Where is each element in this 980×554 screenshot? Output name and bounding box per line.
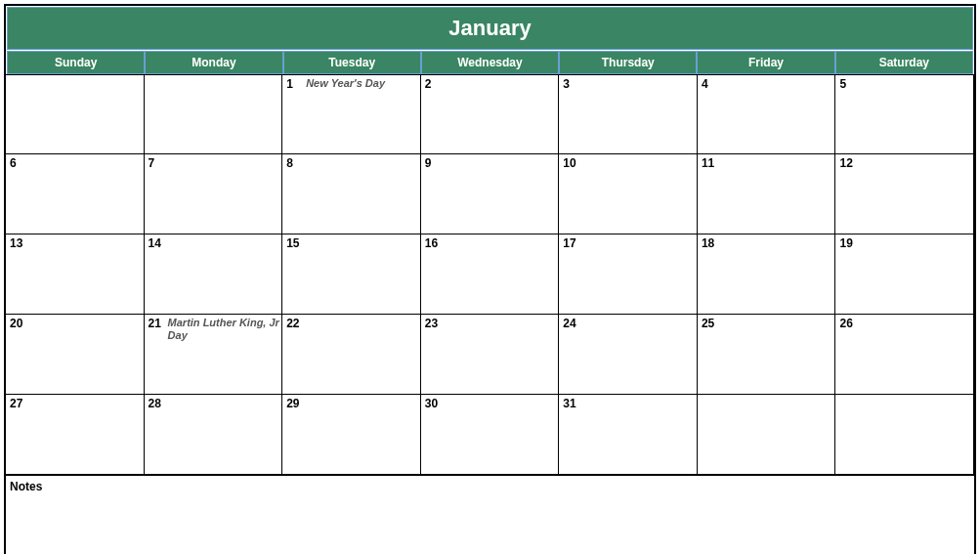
day-number: 19	[839, 236, 852, 250]
day-cell[interactable]	[698, 395, 836, 475]
day-number: 25	[702, 317, 714, 330]
day-cell[interactable]: 27	[6, 395, 145, 475]
dow-thursday: Thursday	[559, 51, 697, 74]
day-of-week-header: Sunday Monday Tuesday Wednesday Thursday…	[7, 51, 973, 74]
day-number: 10	[563, 156, 575, 170]
day-number: 31	[563, 397, 575, 410]
day-cell[interactable]: 18	[698, 234, 836, 315]
day-cell[interactable]: 3	[559, 74, 698, 154]
day-number: 3	[563, 77, 570, 91]
day-number: 4	[702, 77, 708, 91]
day-number: 8	[286, 156, 293, 170]
day-cell[interactable]: 21Martin Luther King, Jr Day	[145, 315, 283, 395]
day-cell[interactable]: 10	[559, 154, 698, 234]
day-cell[interactable]: 13	[6, 234, 145, 315]
day-number: 16	[425, 236, 438, 250]
day-number: 12	[839, 156, 852, 170]
day-cell[interactable]: 19	[835, 234, 974, 315]
day-number: 13	[10, 236, 22, 250]
day-number: 7	[149, 156, 155, 170]
day-cell[interactable]: 16	[421, 234, 560, 315]
day-cell[interactable]: 24	[559, 315, 698, 395]
day-number: 22	[286, 317, 299, 330]
day-cell[interactable]: 2	[421, 74, 560, 154]
day-event: Martin Luther King, Jr Day	[168, 317, 280, 342]
dow-friday: Friday	[697, 51, 834, 74]
calendar: January Sunday Monday Tuesday Wednesday …	[4, 4, 976, 554]
day-number: 29	[286, 397, 299, 410]
week-row: 2021Martin Luther King, Jr Day2223242526	[6, 315, 974, 395]
dow-saturday: Saturday	[835, 51, 973, 74]
day-number: 17	[563, 236, 575, 250]
day-cell[interactable]: 14	[145, 234, 283, 315]
day-cell[interactable]: 22	[282, 315, 421, 395]
dow-tuesday: Tuesday	[283, 51, 421, 74]
notes-section[interactable]: Notes	[6, 475, 974, 554]
day-number: 14	[149, 236, 161, 250]
day-number: 24	[563, 317, 575, 330]
day-cell[interactable]: 4	[698, 74, 836, 154]
day-cell[interactable]: 15	[282, 234, 421, 315]
day-number: 5	[839, 77, 846, 91]
day-cell[interactable]: 20	[6, 315, 145, 395]
day-cell[interactable]: 29	[282, 395, 421, 475]
calendar-grid: 1New Year's Day2345678910111213141516171…	[6, 74, 974, 475]
day-cell[interactable]: 12	[835, 154, 974, 234]
day-event: New Year's Day	[306, 77, 418, 90]
week-row: 1New Year's Day2345	[6, 74, 974, 154]
day-number: 2	[425, 77, 432, 91]
day-cell[interactable]: 26	[835, 315, 974, 395]
day-number: 28	[149, 397, 161, 410]
day-cell[interactable]: 23	[421, 315, 560, 395]
dow-monday: Monday	[145, 51, 282, 74]
dow-sunday: Sunday	[7, 51, 145, 74]
day-cell[interactable]	[145, 74, 283, 154]
day-cell[interactable]: 5	[835, 74, 974, 154]
day-cell[interactable]: 31	[559, 395, 698, 475]
day-cell[interactable]: 30	[421, 395, 560, 475]
day-number: 11	[702, 156, 714, 170]
day-cell[interactable]: 11	[698, 154, 836, 234]
day-cell[interactable]: 8	[282, 154, 421, 234]
day-number: 23	[425, 317, 438, 330]
day-cell[interactable]	[835, 395, 974, 475]
month-title: January	[7, 7, 973, 50]
day-number: 26	[839, 317, 852, 330]
notes-label: Notes	[10, 480, 42, 493]
week-row: 2728293031	[6, 395, 974, 475]
day-number: 21	[149, 317, 161, 330]
day-number: 15	[286, 236, 299, 250]
day-cell[interactable]: 9	[421, 154, 560, 234]
day-number: 6	[10, 156, 17, 170]
day-number: 9	[425, 156, 432, 170]
day-cell[interactable]: 17	[559, 234, 698, 315]
day-number: 20	[10, 317, 22, 330]
week-row: 13141516171819	[6, 234, 974, 315]
dow-wednesday: Wednesday	[421, 51, 559, 74]
day-cell[interactable]: 7	[145, 154, 283, 234]
day-number: 18	[702, 236, 714, 250]
day-number: 1	[286, 77, 293, 91]
day-cell[interactable]: 25	[698, 315, 836, 395]
day-cell[interactable]: 6	[6, 154, 145, 234]
day-cell[interactable]: 1New Year's Day	[282, 74, 421, 154]
day-number: 27	[10, 397, 22, 410]
day-number: 30	[425, 397, 438, 410]
week-row: 6789101112	[6, 154, 974, 234]
day-cell[interactable]: 28	[145, 395, 283, 475]
day-cell[interactable]	[6, 74, 145, 154]
